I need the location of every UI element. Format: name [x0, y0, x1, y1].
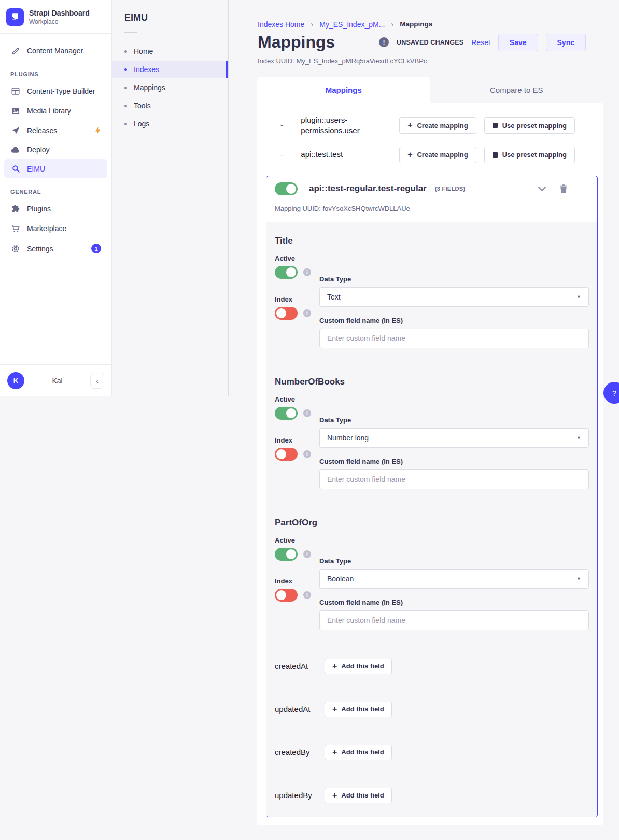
- bullet-icon: [124, 87, 127, 89]
- search-icon: [10, 164, 21, 173]
- index-label: Index: [275, 295, 319, 303]
- general-section-header: GENERAL: [4, 178, 107, 199]
- custom-field-label: Custom field name (in ES): [319, 458, 589, 465]
- index-toggle[interactable]: [275, 589, 298, 602]
- brand-title: Strapi Dashboard: [29, 9, 90, 17]
- sidebar-item-deploy[interactable]: Deploy: [4, 140, 107, 159]
- subnav-item-logs[interactable]: Logs: [112, 116, 228, 132]
- add-this-field-label: Add this field: [341, 662, 384, 670]
- subnav-item-tools[interactable]: Tools: [112, 97, 228, 114]
- index-toggle[interactable]: [275, 307, 298, 320]
- breadcrumb-indexes-home[interactable]: Indexes Home: [258, 20, 304, 29]
- tab-compare-to-es[interactable]: Compare to ES: [430, 77, 603, 103]
- add-this-field-button[interactable]: + Add this field: [325, 702, 392, 717]
- create-mapping-button[interactable]: + Create mapping: [399, 117, 476, 134]
- sidebar-item-label: Marketplace: [27, 224, 66, 233]
- data-type-select[interactable]: Boolean ▼: [319, 569, 589, 589]
- trash-icon[interactable]: [560, 184, 567, 193]
- layout-grid-icon: [10, 87, 21, 96]
- active-label: Active: [275, 536, 319, 544]
- divider: [124, 32, 137, 33]
- subnav-item-home[interactable]: Home: [112, 43, 228, 60]
- subnav-item-label: Tools: [134, 102, 151, 110]
- unsaved-changes-status: UNSAVED CHANGES: [397, 39, 463, 46]
- field-section-title: Title Active i Index i: [266, 222, 597, 363]
- use-preset-mapping-button[interactable]: Use preset mapping: [484, 117, 575, 134]
- custom-field-label: Custom field name (in ES): [319, 317, 589, 324]
- active-indicator: [226, 61, 228, 78]
- save-button[interactable]: Save: [498, 34, 538, 51]
- sidebar-item-label: Media Library: [27, 107, 71, 115]
- collapse-sidebar-button[interactable]: ‹: [90, 373, 104, 389]
- sidebar-item-content-manager[interactable]: Content Manager: [4, 41, 107, 61]
- content-type-name: plugin::users-permissions.user: [301, 115, 399, 136]
- active-toggle[interactable]: [275, 407, 298, 420]
- cloud-icon: [10, 146, 21, 153]
- subnav-item-mappings[interactable]: Mappings: [112, 79, 228, 96]
- sidebar-item-media-library[interactable]: Media Library: [4, 101, 107, 121]
- dash-bullet: -: [280, 151, 287, 159]
- index-label: Index: [275, 436, 319, 444]
- extra-field-name: updatedAt: [275, 705, 325, 714]
- extra-field-name: updatedBy: [275, 791, 325, 800]
- custom-field-input[interactable]: [319, 610, 589, 630]
- subnav-item-label: Home: [134, 47, 153, 55]
- active-toggle[interactable]: [275, 266, 298, 279]
- info-icon: i: [303, 550, 311, 558]
- app-sidebar: Strapi Dashboard Workplace Content Manag…: [0, 0, 112, 396]
- use-preset-mapping-label: Use preset mapping: [502, 151, 567, 159]
- data-type-value: Boolean: [327, 575, 354, 583]
- active-toggle[interactable]: [275, 548, 298, 561]
- breadcrumb-index[interactable]: My_ES_Index_pM...: [319, 20, 385, 29]
- sync-button[interactable]: Sync: [546, 34, 586, 51]
- chevron-down-icon[interactable]: [538, 187, 546, 191]
- avatar[interactable]: K: [7, 372, 24, 389]
- caret-down-icon: ▼: [576, 576, 581, 581]
- fields-count: (3 FIELDS): [435, 186, 466, 192]
- sidebar-item-settings[interactable]: Settings 1: [4, 238, 107, 259]
- pencil-icon: [10, 46, 21, 55]
- cart-icon: [10, 224, 21, 233]
- add-this-field-button[interactable]: + Add this field: [325, 659, 392, 674]
- mapping-enabled-toggle[interactable]: [275, 182, 298, 195]
- data-type-select[interactable]: Number long ▼: [319, 428, 589, 448]
- strapi-logo-icon: [6, 8, 24, 26]
- sidebar-item-releases[interactable]: Releases: [4, 121, 107, 140]
- subnav-title: EIMU: [112, 0, 228, 23]
- sidebar-item-plugins[interactable]: Plugins: [4, 199, 107, 219]
- page-title: Mappings: [258, 33, 335, 52]
- add-this-field-button[interactable]: + Add this field: [325, 788, 392, 803]
- index-toggle[interactable]: [275, 448, 298, 461]
- sidebar-item-label: EIMU: [27, 165, 45, 173]
- brand: Strapi Dashboard Workplace: [0, 0, 111, 34]
- index-label: Index: [275, 577, 319, 585]
- data-type-select[interactable]: Text ▼: [319, 287, 589, 307]
- tab-mappings[interactable]: Mappings: [257, 77, 430, 103]
- main-content: Indexes Home › My_ES_Index_pM... › Mappi…: [229, 0, 619, 825]
- active-label: Active: [275, 395, 319, 403]
- field-name: Title: [275, 236, 589, 246]
- add-this-field-button[interactable]: + Add this field: [325, 745, 392, 760]
- sidebar-item-label: Content Manager: [27, 47, 83, 55]
- sidebar-item-label: Settings: [27, 245, 53, 253]
- dash-bullet: -: [280, 121, 287, 130]
- plus-icon: +: [332, 662, 337, 671]
- content-type-name: api::test.test: [301, 149, 399, 160]
- sidebar-item-eimu[interactable]: EIMU: [4, 159, 107, 178]
- chevron-right-icon: ›: [311, 20, 313, 29]
- use-preset-mapping-button[interactable]: Use preset mapping: [484, 147, 575, 163]
- sidebar-item-marketplace[interactable]: Marketplace: [4, 219, 107, 238]
- reset-link[interactable]: Reset: [471, 38, 490, 47]
- custom-field-input[interactable]: [319, 329, 589, 348]
- caret-down-icon: ▼: [576, 294, 581, 300]
- sidebar-item-content-type-builder[interactable]: Content-Type Builder: [4, 81, 107, 101]
- plus-icon: +: [407, 121, 412, 130]
- create-mapping-button[interactable]: + Create mapping: [399, 147, 476, 163]
- custom-field-input[interactable]: [319, 469, 589, 489]
- alert-icon: !: [379, 37, 389, 47]
- data-type-label: Data Type: [319, 275, 589, 283]
- use-preset-mapping-label: Use preset mapping: [502, 122, 567, 130]
- subnav-item-indexes[interactable]: Indexes: [112, 61, 228, 78]
- index-uuid: Index UUID: My_ES_Index_pMRq5raViexdLcYC…: [229, 57, 619, 65]
- sidebar-item-label: Plugins: [27, 205, 51, 213]
